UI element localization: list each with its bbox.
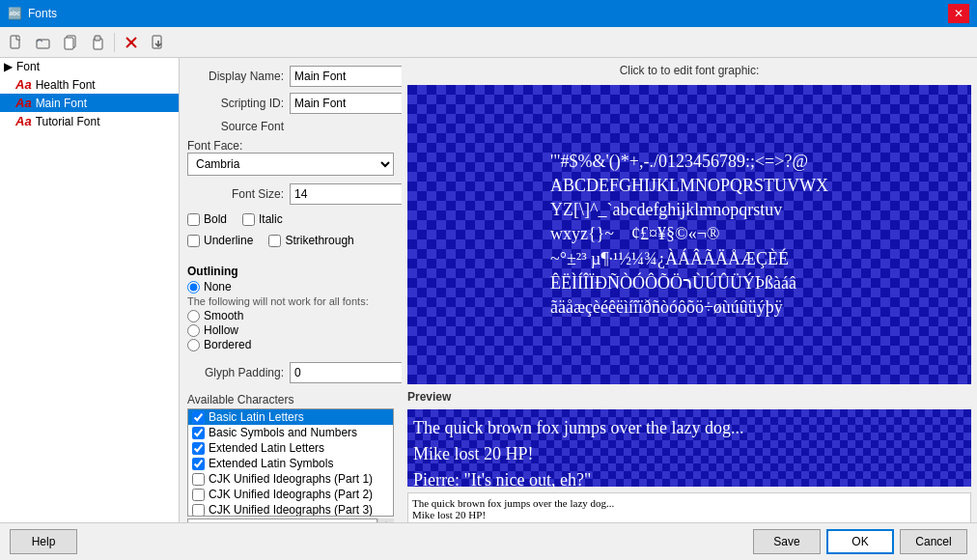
source-font-label: Source Font: [187, 120, 284, 133]
bordered-radio[interactable]: [187, 339, 200, 351]
chars-checkbox-1[interactable]: [192, 427, 205, 439]
bordered-label: Bordered: [204, 338, 251, 351]
chars-item-2[interactable]: Extended Latin Letters: [188, 440, 393, 456]
display-name-label: Display Name:: [187, 70, 284, 83]
delete-button[interactable]: [119, 31, 144, 54]
chars-checkbox-4[interactable]: [192, 473, 205, 486]
outlining-label: Outlining: [187, 265, 394, 278]
chars-checkbox-5[interactable]: [192, 489, 205, 501]
font-display-text: '"#$%&'()*+,-./0123456789:;<=>?@ ABCDEFG…: [543, 142, 836, 327]
chars-item-0[interactable]: Basic Latin Letters: [188, 409, 393, 425]
available-chars-label: Available Characters: [187, 393, 394, 406]
none-radio-label[interactable]: None: [187, 280, 394, 294]
source-font-row: Source Font: [187, 120, 394, 133]
save-button[interactable]: Save: [753, 529, 821, 554]
style-row-1: Bold Italic: [187, 212, 394, 226]
bold-checkbox-label[interactable]: Bold: [187, 212, 227, 226]
glyph-padding-input[interactable]: [290, 362, 402, 383]
font-display-area[interactable]: '"#$%&'()*+,-./0123456789:;<=>?@ ABCDEFG…: [407, 85, 971, 384]
svg-rect-5: [95, 36, 100, 41]
strikethrough-checkbox[interactable]: [268, 235, 281, 247]
tree-item-health-font[interactable]: Aa Health Font: [0, 75, 179, 94]
outlining-section: Outlining None The following will not wo…: [187, 259, 394, 352]
tree-label-font: Font: [16, 60, 40, 73]
display-name-input[interactable]: [290, 66, 402, 87]
tree-item-font[interactable]: ▶ Font: [0, 58, 179, 75]
toolbar: [0, 27, 977, 58]
outlining-note: The following will not work for all font…: [187, 295, 394, 307]
underline-checkbox-label[interactable]: Underline: [187, 234, 253, 247]
font-face-section: Font Face: Cambria: [187, 139, 394, 176]
chars-checkbox-2[interactable]: [192, 442, 205, 455]
chars-item-4[interactable]: CJK Unified Ideographs (Part 1): [188, 471, 393, 487]
italic-checkbox[interactable]: [242, 213, 255, 226]
font-icon-tutorial: Aa: [15, 114, 32, 128]
export-button[interactable]: [146, 31, 171, 54]
chars-label-1: Basic Symbols and Numbers: [209, 426, 357, 439]
hollow-radio[interactable]: [187, 324, 200, 337]
copy-button[interactable]: [58, 31, 83, 54]
font-icon-health: Aa: [15, 77, 32, 92]
smooth-radio-label[interactable]: Smooth: [187, 309, 394, 322]
underline-label: Underline: [204, 234, 253, 247]
right-panel: Display Name: Scripting ID: Source Font …: [180, 58, 977, 522]
new-button[interactable]: [4, 31, 29, 54]
chars-item-5[interactable]: CJK Unified Ideographs (Part 2): [188, 487, 393, 502]
title-bar: 🔤 Fonts ✕: [0, 0, 977, 27]
paste-button[interactable]: [85, 31, 110, 54]
italic-label: Italic: [259, 212, 283, 226]
chars-checkbox-0[interactable]: [192, 411, 205, 424]
preview-large: The quick brown fox jumps over the lazy …: [407, 409, 971, 487]
bottom-buttons: Save OK Cancel: [753, 529, 967, 554]
ok-button[interactable]: OK: [826, 529, 894, 554]
scripting-id-input[interactable]: [290, 93, 402, 114]
strikethrough-checkbox-label[interactable]: Strikethrough: [268, 234, 353, 247]
italic-checkbox-label[interactable]: Italic: [242, 212, 283, 226]
chars-list[interactable]: Basic Latin LettersBasic Symbols and Num…: [187, 408, 394, 517]
toolbar-separator-1: [114, 33, 115, 52]
chars-item-3[interactable]: Extended Latin Symbols: [188, 456, 393, 471]
font-icon-main: Aa: [15, 96, 32, 110]
chars-label-6: CJK Unified Ideographs (Part 3): [209, 503, 373, 517]
font-size-label: Font Size:: [187, 187, 284, 201]
bottom-bar: Help Save OK Cancel: [0, 522, 977, 560]
smooth-label: Smooth: [204, 309, 243, 322]
chars-item-6[interactable]: CJK Unified Ideographs (Part 3): [188, 502, 393, 517]
help-button[interactable]: Help: [10, 529, 77, 554]
left-settings: Display Name: Scripting ID: Source Font …: [180, 58, 402, 522]
cancel-button[interactable]: Cancel: [900, 529, 967, 554]
tree-item-main-font[interactable]: Aa Main Font: [0, 94, 179, 112]
click-hint: Click to to edit font graphic:: [407, 64, 971, 77]
font-face-label: Font Face:: [187, 139, 242, 153]
svg-rect-3: [65, 38, 73, 49]
window-title: Fonts: [28, 7, 57, 20]
tree-label-tutorial-font: Tutorial Font: [36, 115, 100, 128]
hollow-radio-label[interactable]: Hollow: [187, 323, 394, 337]
font-size-input[interactable]: [290, 183, 402, 205]
preview-small-line1: The quick brown fox jumps over the lazy …: [412, 497, 966, 509]
left-panel: ▶ Font Aa Health Font Aa Main Font Aa Tu…: [0, 58, 180, 522]
bold-checkbox[interactable]: [187, 213, 200, 226]
chars-checkbox-6[interactable]: [192, 504, 205, 517]
chars-label-5: CJK Unified Ideographs (Part 2): [209, 488, 373, 501]
chars-label-4: CJK Unified Ideographs (Part 1): [209, 472, 373, 486]
underline-checkbox[interactable]: [187, 235, 200, 247]
smooth-radio[interactable]: [187, 310, 200, 322]
preview-line3: Pierre: "It's nice out, eh?": [413, 467, 965, 493]
open-button[interactable]: [31, 31, 56, 54]
tree-label-health-font: Health Font: [36, 78, 96, 92]
bold-label: Bold: [204, 212, 227, 226]
bordered-radio-label[interactable]: Bordered: [187, 338, 394, 351]
chars-label-3: Extended Latin Symbols: [209, 457, 333, 470]
preview-small: The quick brown fox jumps over the lazy …: [407, 492, 971, 522]
chars-item-1[interactable]: Basic Symbols and Numbers: [188, 425, 393, 440]
main-content: ▶ Font Aa Health Font Aa Main Font Aa Tu…: [0, 58, 977, 522]
preview-label: Preview: [407, 390, 971, 404]
font-face-select[interactable]: Cambria: [187, 153, 394, 176]
chars-label-2: Extended Latin Letters: [209, 441, 324, 455]
close-window-button[interactable]: ✕: [948, 4, 969, 23]
chars-checkbox-3[interactable]: [192, 458, 205, 470]
none-radio[interactable]: [187, 281, 200, 294]
none-label: None: [204, 280, 232, 294]
tree-item-tutorial-font[interactable]: Aa Tutorial Font: [0, 112, 179, 130]
